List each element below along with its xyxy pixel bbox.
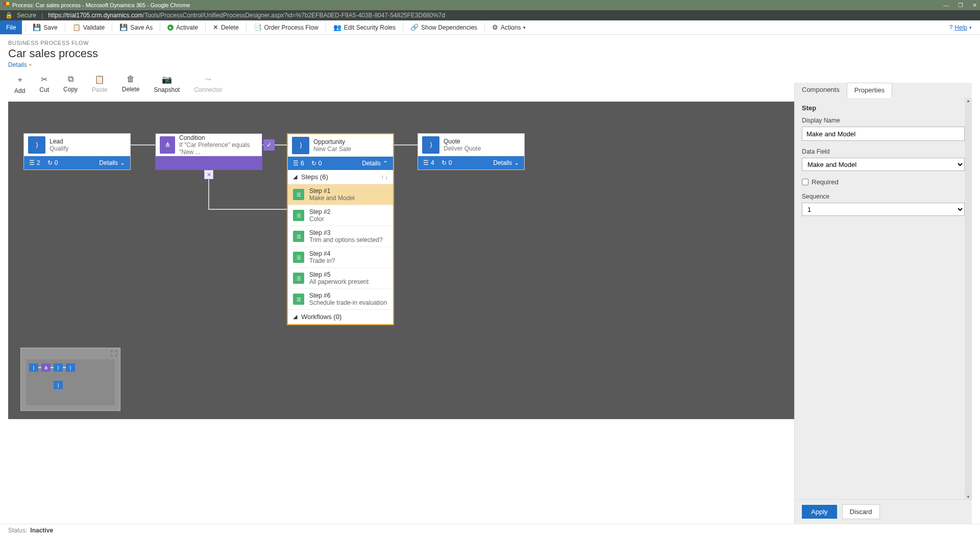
scrollbar[interactable]: ▲ ▼ [965,98,972,499]
collapse-icon: ◢ [293,174,297,180]
connector-icon: ⤳ [205,75,211,84]
sequence-select[interactable]: 1 [802,203,965,216]
scissors-icon: ✂ [41,75,47,84]
data-field-label: Data Field [802,148,965,155]
step-icon: ☰ [293,252,304,263]
details-link[interactable]: Details▾ [8,61,32,68]
stage-title: Opportunity [313,138,351,145]
required-label: Required [812,178,839,186]
stage-opportunity[interactable]: ⟩ Opportunity New Car Sale ☰ 6 ↻ 0 Detai… [287,133,394,325]
step-item[interactable]: ☰ Step #1Make and Model [288,184,393,205]
minimize-button[interactable]: — [943,2,949,9]
steps-panel: ◢ Steps (6) ↑↓ ☰ Step #1Make and Model ☰… [288,170,393,324]
order-process-flow-button[interactable]: 📑Order Process Flow [250,20,323,34]
steps-count: ☰ 6 [293,160,304,167]
stage-icon: ⟩ [28,136,45,154]
delete-tool-button[interactable]: 🗑Delete [122,75,140,94]
stage-quote[interactable]: ⟩ Quote Deliver Quote ☰ 4 ↻ 0 Details ⌄ [418,133,525,170]
stage-title: Quote [444,138,481,145]
connector-line [394,144,419,145]
show-dependencies-button[interactable]: 🔗Show Dependencies [406,20,481,34]
sequence-label: Sequence [802,193,965,200]
validate-button[interactable]: 📋Validate [68,20,109,34]
stage-lead[interactable]: ⟩ Lead Qualify ☰ 2 ↻ 0 Details ⌄ [23,133,131,170]
paste-button[interactable]: 📋Paste [92,75,108,94]
app-icon [3,2,9,8]
save-button[interactable]: 💾Save [29,20,61,34]
move-up-icon[interactable]: ↑ [381,174,384,181]
actions-menu[interactable]: ⚙Actions▾ [488,20,530,34]
details-toggle[interactable]: Details ⌄ [99,159,125,166]
maximize-button[interactable]: ❐ [958,2,963,9]
expand-icon[interactable]: ⛶ [111,350,117,357]
minimap[interactable]: ⛶ ⟩ ⋔ ⟩ ⟩ ⟩ [20,348,120,411]
step-item[interactable]: ☰ Step #3Trim and options selected? [288,226,393,247]
dependencies-icon: 🔗 [410,23,419,31]
tab-components[interactable]: Components [795,83,847,98]
properties-panel: Components Properties Step Display Name … [794,83,972,524]
edit-security-roles-button[interactable]: 👥Edit Security Roles [329,20,400,34]
actions-icon: ⚙ [492,23,498,31]
plus-icon: ＋ [16,75,24,85]
stage-icon: ⟩ [422,136,439,154]
stage-subtitle: Qualify [50,145,68,152]
steps-header[interactable]: ◢ Steps (6) ↑↓ [288,170,393,184]
connector-button[interactable]: ⤳Connector [194,75,222,94]
copy-icon: ⧉ [68,75,74,84]
minimap-node: ⟩ [54,363,63,372]
url-host: https://trial1705.crm.dynamics.com [48,12,142,19]
condition-true-icon: ✓ [263,139,275,151]
required-checkbox[interactable] [802,179,808,185]
snapshot-button[interactable]: 📷Snapshot [154,75,180,94]
display-name-label: Display Name [802,117,965,124]
stage-subtitle: If "Car Preference" equals "New ... [179,141,262,156]
order-icon: 📑 [254,23,262,31]
minimap-node: ⋔ [41,363,51,372]
display-name-input[interactable] [802,127,965,141]
validate-icon: 📋 [72,23,81,31]
camera-icon: 📷 [162,75,172,84]
copy-button[interactable]: ⧉Copy [63,75,78,94]
secure-label: Secure [17,12,36,19]
status-label: Status: [8,527,27,534]
cut-button[interactable]: ✂Cut [39,75,49,94]
stage-icon: ⟩ [292,137,309,154]
stage-condition[interactable]: ⋔ Condition If "Car Preference" equals "… [155,133,262,170]
condition-false-icon: ✕ [204,170,213,179]
save-as-icon: 💾 [119,23,128,31]
add-button[interactable]: ＋Add [14,75,25,94]
step-icon: ☰ [293,189,304,200]
step-item[interactable]: ☰ Step #5All paperwork present [288,268,393,289]
details-toggle[interactable]: Details ⌃ [362,160,388,167]
save-as-button[interactable]: 💾Save As [115,20,157,34]
help-button[interactable]: ?Help▾ [949,20,980,34]
workflows-header[interactable]: ◢ Workflows (0) [288,310,393,324]
chevron-down-icon: ⌄ [514,159,519,166]
lock-icon: 🔒 [5,12,13,19]
save-icon: 💾 [33,23,41,31]
connector-line [131,144,156,145]
stage-title: Condition [179,134,262,141]
close-button[interactable]: ✕ [972,2,977,9]
tab-properties[interactable]: Properties [847,83,892,98]
apply-button[interactable]: Apply [802,505,837,519]
activate-button[interactable]: Activate [163,20,202,34]
connector-line [208,178,209,209]
step-item[interactable]: ☰ Step #4Trade in? [288,247,393,268]
step-item[interactable]: ☰ Step #6Schedule trade-in evaluation [288,289,393,310]
breadcrumb: BUSINESS PROCESS FLOW [8,40,972,46]
step-item[interactable]: ☰ Step #2Color [288,205,393,226]
status-value: Inactive [30,527,53,534]
steps-count: ☰ 4 [423,159,434,166]
data-field-select[interactable]: Make and Model [802,158,965,171]
discard-button[interactable]: Discard [842,504,880,519]
move-down-icon[interactable]: ↓ [385,174,388,181]
delete-button[interactable]: ✕Delete [209,20,243,34]
window-titlebar: Process: Car sales process - Microsoft D… [0,0,980,10]
workflow-count: ↻ 0 [47,159,58,166]
stage-title: Lead [50,138,68,145]
details-toggle[interactable]: Details ⌄ [493,159,519,166]
status-bar: Status: Inactive [0,524,980,536]
collapse-icon: ◢ [293,313,297,320]
file-menu[interactable]: File [0,20,22,34]
